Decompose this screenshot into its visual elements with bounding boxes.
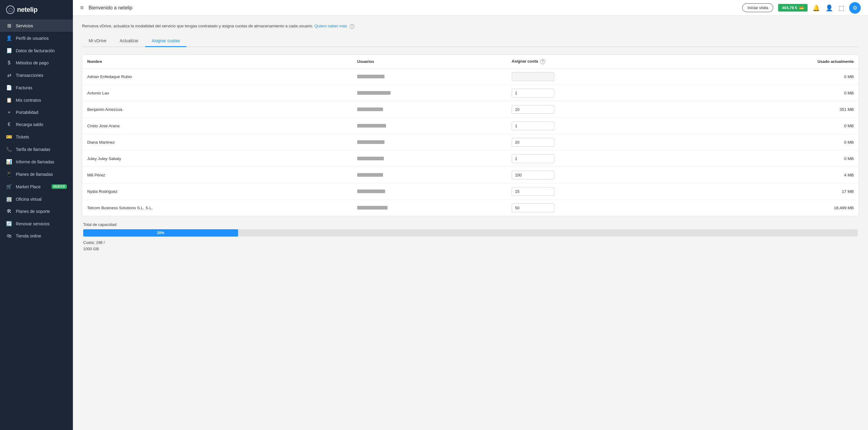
tab-actualizar[interactable]: Actualizar — [113, 35, 145, 47]
user-icon[interactable]: 👤 — [826, 4, 833, 11]
table-row: Antonio Lao0 MB — [82, 85, 859, 101]
help-button[interactable]: ⚙ — [849, 2, 861, 14]
sidebar-icon-soporte: 🛠 — [6, 209, 12, 214]
cell-users-3 — [352, 118, 507, 134]
logout-icon[interactable]: ⬚ — [839, 4, 844, 11]
quota-input-1[interactable] — [512, 89, 554, 97]
cell-quota-7[interactable] — [507, 183, 694, 199]
topbar-icons: 🔔 👤 ⬚ — [812, 4, 844, 11]
sidebar-item-facturas[interactable]: 📄 Facturas — [0, 82, 73, 94]
sidebar-item-tickets[interactable]: 🎫 Tickets — [0, 130, 73, 143]
info-help-icon[interactable]: ? — [349, 24, 354, 29]
sidebar-label-pago: Métodos de pago — [16, 60, 67, 65]
cell-quota-3[interactable] — [507, 118, 694, 134]
sidebar-icon-perfil: 👤 — [6, 35, 12, 41]
cell-quota-4[interactable] — [507, 134, 694, 150]
logo-text: netelip — [17, 6, 37, 14]
sidebar-icon-informe: 📊 — [6, 159, 12, 164]
cell-users-8 — [352, 199, 507, 216]
sidebar-item-transacciones[interactable]: ⇄ Transacciones — [0, 69, 73, 82]
cell-users-2 — [352, 101, 507, 118]
info-bar: Renueva vDrive, actualiza la modalidad d… — [82, 23, 859, 29]
sidebar-icon-oficina: 🏢 — [6, 196, 12, 202]
sidebar: ◯ netelip ⊞ Servicios 👤 Perfil de usuari… — [0, 0, 73, 430]
sidebar-label-servicios: Servicios — [16, 23, 67, 28]
info-link[interactable]: Quiero saber más — [314, 24, 347, 28]
card-icon: 💳 — [799, 5, 804, 10]
balance-amount: 404,79 € — [782, 5, 797, 10]
sidebar-item-soporte[interactable]: 🛠 Planes de soporte — [0, 205, 73, 217]
sidebar-item-recarga[interactable]: € Recarga saldo — [0, 118, 73, 130]
sidebar-icon-portabilidad: + — [6, 110, 12, 115]
quota-input-3[interactable] — [512, 121, 554, 130]
visit-button[interactable]: Iniciar visita — [742, 3, 773, 12]
sidebar-label-tienda: Tienda online — [16, 234, 67, 238]
cell-used-7: 17 MB — [694, 183, 859, 199]
sidebar-item-renovar[interactable]: 🔄 Renovar servicios — [0, 217, 73, 230]
quota-input-7[interactable] — [512, 187, 554, 196]
cell-quota-6[interactable] — [507, 167, 694, 183]
quota-help-icon[interactable]: ? — [540, 59, 545, 64]
bell-icon[interactable]: 🔔 — [812, 4, 820, 11]
progress-bar-fill: 20% — [83, 229, 238, 237]
sidebar-item-contratos[interactable]: 📋 Mis contratos — [0, 94, 73, 106]
balance-badge: 404,79 € 💳 — [778, 4, 808, 11]
sidebar-label-marketplace: Market Place — [16, 184, 48, 189]
quota-input-8[interactable] — [512, 204, 554, 212]
sidebar-label-tarifa: Tarifa de llamadas — [16, 147, 67, 152]
cell-used-2: 351 MB — [694, 101, 859, 118]
sidebar-item-pago[interactable]: $ Métodos de pago — [0, 57, 73, 69]
sidebar-item-marketplace[interactable]: 🛒 Market Place NUEVO — [0, 180, 73, 193]
logo-icon: ◯ — [6, 5, 14, 14]
sidebar-icon-pago: $ — [6, 60, 12, 66]
cell-quota-2[interactable] — [507, 101, 694, 118]
tabs: Mi vDriveActualizarAsignar cuotas — [82, 35, 859, 47]
sidebar-item-facturacion[interactable]: 🧾 Datos de facturación — [0, 44, 73, 57]
cell-name-2: Benjamin Amezcua — [82, 101, 352, 118]
sidebar-item-perfil[interactable]: 👤 Perfil de usuarios — [0, 32, 73, 44]
cell-name-4: Diana Martinez — [82, 134, 352, 150]
capacity-detail: Cuota: 198 / 1000 GB — [83, 240, 858, 252]
col-usado: Usado actualmente — [694, 55, 859, 68]
quota-input-6[interactable] — [512, 171, 554, 180]
cell-quota-0[interactable] — [507, 68, 694, 85]
progress-text: 20% — [157, 231, 164, 235]
sidebar-label-perfil: Perfil de usuarios — [16, 36, 67, 41]
quota-input-4[interactable] — [512, 138, 554, 147]
page-content: Renueva vDrive, actualiza la modalidad d… — [73, 16, 868, 430]
hamburger-icon[interactable]: ≡ — [80, 4, 84, 11]
sidebar-label-soporte: Planes de soporte — [16, 209, 67, 214]
sidebar-icon-tarifa: 📞 — [6, 146, 12, 152]
sidebar-icon-tienda: 🛍 — [6, 233, 12, 239]
quota-line1: Cuota: 198 / — [83, 240, 105, 245]
sidebar-item-oficina[interactable]: 🏢 Oficina virtual — [0, 193, 73, 205]
tab-mi-vdrive[interactable]: Mi vDrive — [82, 35, 113, 47]
capacity-section: Total de capacidad: 20% Cuota: 198 / 100… — [82, 222, 859, 252]
cell-users-5 — [352, 150, 507, 167]
sidebar-label-contratos: Mis contratos — [16, 98, 67, 103]
cell-quota-5[interactable] — [507, 150, 694, 167]
main-content: ≡ Bienvenido a netelip Iniciar visita 40… — [73, 0, 868, 430]
quota-input-5[interactable] — [512, 154, 554, 163]
sidebar-icon-planes: 📱 — [6, 171, 12, 177]
sidebar-label-renovar: Renovar servicios — [16, 221, 67, 226]
cell-quota-1[interactable] — [507, 85, 694, 101]
sidebar-item-planes[interactable]: 📱 Planes de llamadas — [0, 168, 73, 180]
quota-input-2[interactable] — [512, 105, 554, 114]
sidebar-item-informe[interactable]: 📊 Informe de llamadas — [0, 155, 73, 168]
sidebar-item-tarifa[interactable]: 📞 Tarifa de llamadas — [0, 143, 73, 155]
cell-used-0: 0 MB — [694, 68, 859, 85]
cell-users-6 — [352, 167, 507, 183]
sidebar-item-servicios[interactable]: ⊞ Servicios — [0, 20, 73, 32]
table-row: Nydia Rodriguez17 MB — [82, 183, 859, 199]
table-row: Adrian Enfedaque Rubio0 MB — [82, 68, 859, 85]
sidebar-label-recarga: Recarga saldo — [16, 122, 67, 127]
sidebar-label-tickets: Tickets — [16, 134, 67, 140]
cell-used-8: 18,499 MB — [694, 199, 859, 216]
sidebar-item-portabilidad[interactable]: + Portabilidad — [0, 106, 73, 118]
tab-asignar-cuotas[interactable]: Asignar cuotas — [145, 35, 187, 47]
topbar: ≡ Bienvenido a netelip Iniciar visita 40… — [73, 0, 868, 16]
cell-quota-8[interactable] — [507, 199, 694, 216]
sidebar-item-tienda[interactable]: 🛍 Tienda online — [0, 230, 73, 242]
sidebar-label-facturas: Facturas — [16, 85, 67, 90]
